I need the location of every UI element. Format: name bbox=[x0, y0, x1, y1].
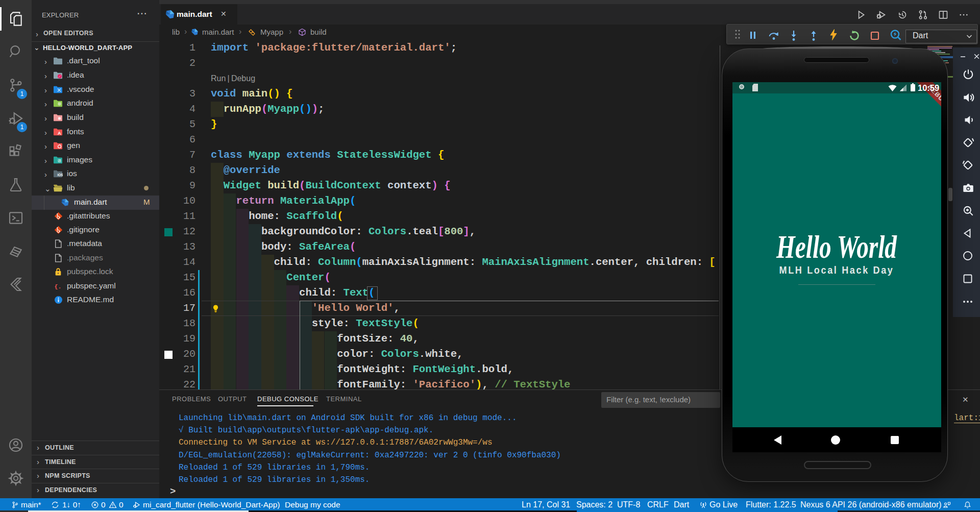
svg-text:iOS: iOS bbox=[58, 173, 63, 177]
svg-text:A: A bbox=[58, 131, 61, 136]
svg-text:{..}: {..} bbox=[55, 283, 62, 290]
svg-text:MLH Local Hack Day: MLH Local Hack Day bbox=[779, 264, 894, 276]
svg-text:Hello World: Hello World bbox=[776, 229, 897, 265]
